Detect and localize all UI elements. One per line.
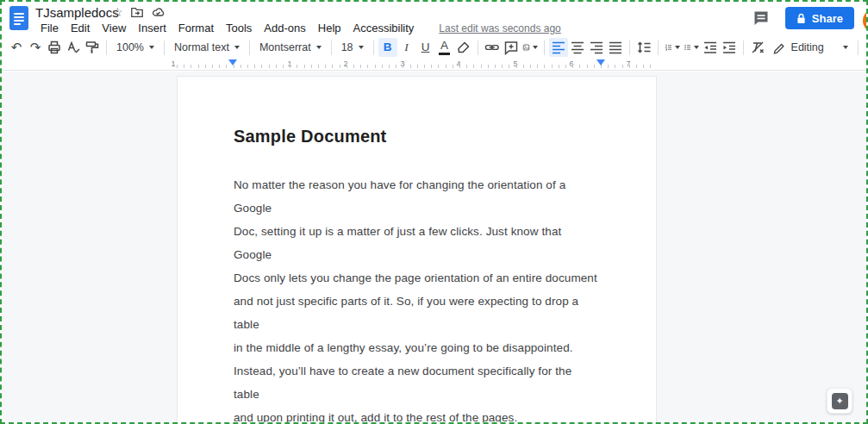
explore-icon: ✦ xyxy=(832,393,848,409)
align-center-icon xyxy=(570,40,585,55)
font-size-select[interactable]: 18 xyxy=(336,38,369,57)
toolbar: ↶ ↷ 100% xyxy=(2,36,866,59)
chevron-down-icon xyxy=(533,46,538,49)
chevron-down-icon xyxy=(675,46,680,49)
editing-mode-value: Editing xyxy=(791,41,824,53)
horizontal-ruler[interactable]: 11234567 xyxy=(2,59,866,71)
open-comment-history-icon[interactable] xyxy=(752,9,770,27)
add-comment-button[interactable] xyxy=(502,38,521,57)
document-heading[interactable]: Sample Document xyxy=(234,125,600,147)
insert-image-button[interactable] xyxy=(521,38,540,57)
font-size-value: 18 xyxy=(341,41,353,53)
undo-button[interactable]: ↶ xyxy=(7,38,26,57)
star-outline-icon[interactable]: ☆ xyxy=(112,4,123,20)
paint-format-button[interactable] xyxy=(83,38,102,57)
last-edit-status[interactable]: Last edit was seconds ago xyxy=(439,22,560,34)
editing-mode-select[interactable]: Editing xyxy=(767,38,853,57)
menu-item[interactable]: Insert xyxy=(132,22,172,34)
underline-icon: U xyxy=(422,41,430,53)
undo-icon: ↶ xyxy=(11,41,22,54)
align-left-button[interactable] xyxy=(549,38,568,57)
google-docs-logo-icon[interactable] xyxy=(9,6,28,30)
ruler-number: 1 xyxy=(171,59,175,68)
italic-icon: I xyxy=(404,41,409,53)
align-right-button[interactable] xyxy=(587,38,606,57)
align-center-button[interactable] xyxy=(568,38,587,57)
align-right-icon xyxy=(589,40,604,55)
share-button[interactable]: Share xyxy=(785,7,854,29)
line-spacing-icon xyxy=(636,40,652,55)
right-margin-marker[interactable] xyxy=(596,59,605,65)
paragraph[interactable]: No matter the reason you have for changi… xyxy=(234,173,600,424)
paint-roller-icon xyxy=(84,40,100,55)
line-spacing-button[interactable] xyxy=(634,38,653,57)
spelling-check-button[interactable] xyxy=(64,38,83,57)
clear-formatting-icon xyxy=(750,40,765,55)
align-left-icon xyxy=(551,40,566,55)
decrease-indent-icon xyxy=(703,40,718,55)
menu-item[interactable]: Add-ons xyxy=(258,22,311,34)
paragraph-style-select[interactable]: Normal text xyxy=(169,38,245,57)
chevron-down-icon xyxy=(149,46,154,49)
increase-indent-icon xyxy=(721,40,737,55)
pencil-icon xyxy=(772,41,786,54)
underline-button[interactable]: U xyxy=(416,38,435,57)
add-comment-icon xyxy=(503,40,519,55)
text-color-icon: A xyxy=(439,40,450,55)
menu-item[interactable]: Format xyxy=(172,22,220,34)
document-title[interactable]: TJsampledocs xyxy=(35,5,119,20)
menu-bar: FileEditViewInsertFormatToolsAdd-onsHelp… xyxy=(34,20,561,36)
chevron-down-icon xyxy=(359,46,364,49)
increase-indent-button[interactable] xyxy=(720,38,739,57)
bold-button[interactable]: B xyxy=(378,38,397,57)
hide-menus-button[interactable] xyxy=(863,38,868,57)
font-family-select[interactable]: Montserrat xyxy=(254,38,327,57)
highlight-color-button[interactable] xyxy=(454,38,473,57)
menu-item[interactable]: File xyxy=(34,22,65,34)
numbered-list-icon xyxy=(665,40,672,55)
share-button-label: Share xyxy=(812,12,843,25)
italic-button[interactable]: I xyxy=(397,38,416,57)
paragraph-style-value: Normal text xyxy=(174,41,229,53)
redo-button[interactable]: ↷ xyxy=(26,38,45,57)
decrease-indent-button[interactable] xyxy=(701,38,720,57)
font-family-value: Montserrat xyxy=(259,41,311,53)
numbered-list-button[interactable] xyxy=(663,38,682,57)
justify-button[interactable] xyxy=(606,38,625,57)
document-canvas: Sample Document No matter the reason you… xyxy=(2,72,866,424)
spellcheck-icon xyxy=(66,40,81,55)
chevron-down-icon xyxy=(843,46,848,49)
chevron-down-icon xyxy=(316,46,322,49)
left-margin-marker[interactable] xyxy=(228,59,237,65)
highlighter-icon xyxy=(456,40,471,55)
menu-item[interactable]: Edit xyxy=(65,22,96,34)
menu-item[interactable]: Tools xyxy=(220,22,258,34)
link-icon xyxy=(484,40,500,55)
print-button[interactable] xyxy=(45,38,64,57)
ruler-ticks xyxy=(177,65,657,68)
bulleted-list-icon xyxy=(684,40,691,55)
zoom-value: 100% xyxy=(116,41,144,53)
bulleted-list-button[interactable] xyxy=(682,38,701,57)
document-page[interactable]: Sample Document No matter the reason you… xyxy=(177,76,657,424)
cloud-saved-icon[interactable] xyxy=(151,5,165,19)
zoom-select[interactable]: 100% xyxy=(111,38,159,57)
menu-item[interactable]: Help xyxy=(312,22,347,34)
insert-link-button[interactable] xyxy=(483,38,502,57)
lock-icon xyxy=(796,13,806,24)
explore-button[interactable]: ✦ xyxy=(827,388,852,414)
justify-icon xyxy=(608,40,623,55)
menu-item[interactable]: View xyxy=(96,22,132,34)
clear-formatting-button[interactable] xyxy=(748,38,767,57)
menu-item[interactable]: Accessibility xyxy=(347,22,421,34)
chevron-down-icon xyxy=(694,46,699,49)
move-folder-icon[interactable] xyxy=(130,5,144,19)
text-color-button[interactable]: A xyxy=(435,38,454,57)
print-icon xyxy=(47,40,62,55)
chevron-down-icon xyxy=(234,46,240,49)
redo-icon: ↷ xyxy=(30,41,41,54)
bold-icon: B xyxy=(384,41,392,53)
google-docs-window: TJsampledocs ☆ Shar xyxy=(0,0,868,424)
image-icon xyxy=(522,40,530,55)
user-avatar[interactable] xyxy=(863,9,868,33)
